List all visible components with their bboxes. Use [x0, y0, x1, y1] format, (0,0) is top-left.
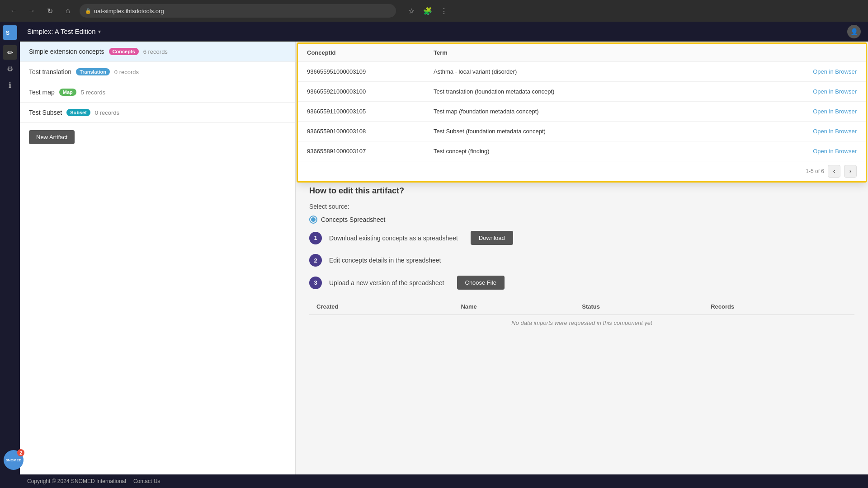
icon-sidebar: S ✏ ⚙ ℹ: [0, 22, 20, 488]
col-header-name: Name: [453, 299, 575, 315]
footer-contact-link[interactable]: Contact Us: [133, 478, 160, 484]
open-browser-link-3[interactable]: Open in Browser: [813, 128, 857, 135]
info-sidebar-icon[interactable]: ℹ: [3, 78, 17, 92]
radio-option-concepts-spreadsheet[interactable]: Concepts Spreadsheet: [309, 216, 854, 224]
step-text-3: Upload a new version of the spreadsheet: [329, 279, 444, 286]
col-header-records: Records: [703, 299, 854, 315]
no-data-message: No data imports were requested in this c…: [309, 315, 854, 331]
concept-id-0: 936655951000003109: [307, 68, 434, 75]
table-row: 936655901000003108 Test Subset (foundati…: [298, 122, 866, 141]
concept-term-4: Test concept (finding): [434, 148, 813, 155]
concepts-table-popup: ConceptId Term 936655951000003109 Asthma…: [297, 42, 867, 183]
user-badge-text: SNOMED: [5, 458, 21, 462]
radio-circle-concepts: [309, 216, 317, 224]
pagination-info: 1-5 of 6: [806, 168, 824, 174]
notification-badge: 2: [17, 449, 24, 456]
address-bar[interactable]: 🔒 uat-simplex.ihtsdotools.org: [80, 4, 396, 18]
snomed-user-badge[interactable]: SNOMED 2: [4, 450, 24, 470]
step-row-2: 2 Edit concepts details in the spreadshe…: [309, 254, 854, 267]
settings-sidebar-icon[interactable]: ⚙: [3, 61, 17, 76]
right-panel: ConceptId Term 936655951000003109 Asthma…: [296, 42, 868, 474]
artifact-records-map: 5 records: [81, 89, 105, 96]
table-header-row: ConceptId Term: [298, 44, 866, 62]
forward-button[interactable]: →: [25, 5, 38, 17]
concept-term-0: Asthma - local variant (disorder): [434, 68, 813, 75]
artifact-name-translation: Test translation: [29, 68, 71, 75]
edit-section-title: How to edit this artifact?: [309, 186, 854, 196]
edit-section: How to edit this artifact? Select source…: [296, 177, 868, 340]
artifact-item-test-translation[interactable]: Test translation Translation 0 records: [20, 62, 295, 82]
step-number-3: 3: [309, 277, 322, 289]
artifact-records-translation: 0 records: [114, 69, 139, 75]
table-footer: 1-5 of 6 ‹ ›: [298, 161, 866, 181]
lock-icon: 🔒: [85, 8, 91, 14]
choose-file-button[interactable]: Choose File: [457, 276, 505, 290]
step-row-1: 1 Download existing concepts as a spread…: [309, 231, 854, 245]
app-title-text: Simplex: A Test Edition: [27, 28, 95, 35]
app-container: S ✏ ⚙ ℹ Simplex: A Test Edition ▾ 👤 Simp…: [0, 22, 868, 488]
main-area: Simple extension concepts Concepts 6 rec…: [20, 42, 868, 474]
open-browser-link-0[interactable]: Open in Browser: [813, 68, 857, 75]
steps-container: 1 Download existing concepts as a spread…: [309, 231, 854, 290]
footer-copyright: Copyright © 2024 SNOMED International: [27, 478, 126, 484]
artifact-records-subset: 0 records: [95, 109, 119, 116]
concept-id-4: 936655891000003107: [307, 148, 434, 155]
refresh-button[interactable]: ↻: [43, 5, 56, 17]
layout-inner: Simplex: A Test Edition ▾ 👤 Simple exten…: [20, 22, 868, 488]
artifact-item-test-subset[interactable]: Test Subset Subset 0 records: [20, 103, 295, 123]
prev-page-button[interactable]: ‹: [828, 165, 840, 178]
edit-sidebar-icon[interactable]: ✏: [3, 45, 17, 60]
open-browser-link-4[interactable]: Open in Browser: [813, 148, 857, 155]
artifact-records-concepts: 6 records: [143, 48, 168, 55]
url-text: uat-simplex.ihtsdotools.org: [94, 8, 164, 14]
concept-id-3: 936655901000003108: [307, 128, 434, 135]
step-number-2: 2: [309, 254, 322, 267]
browser-chrome: ← → ↻ ⌂ 🔒 uat-simplex.ihtsdotools.org ☆ …: [0, 0, 868, 22]
app-title: Simplex: A Test Edition ▾: [27, 28, 101, 35]
menu-button[interactable]: ⋮: [438, 5, 450, 17]
app-footer: Copyright © 2024 SNOMED International Co…: [20, 474, 868, 488]
open-browser-link-1[interactable]: Open in Browser: [813, 88, 857, 95]
snomed-logo: S: [3, 25, 17, 40]
artifact-name-map: Test map: [29, 89, 55, 96]
step-number-1: 1: [309, 232, 322, 244]
artifact-item-simple-extension[interactable]: Simple extension concepts Concepts 6 rec…: [20, 42, 295, 62]
extensions-button[interactable]: 🧩: [421, 5, 434, 17]
concept-id-1: 936655921000003100: [307, 88, 434, 95]
import-history-table: Created Name Status Records No data impo…: [309, 299, 854, 331]
header-bar: Simplex: A Test Edition ▾ 👤: [20, 22, 868, 42]
artifact-item-test-map[interactable]: Test map Map 5 records: [20, 82, 295, 103]
artifact-badge-concepts: Concepts: [109, 48, 139, 55]
bookmark-button[interactable]: ☆: [405, 5, 418, 17]
next-page-button[interactable]: ›: [844, 165, 857, 178]
concept-term-3: Test Subset (foundation metadata concept…: [434, 128, 813, 135]
svg-text:S: S: [6, 30, 9, 36]
step-text-2: Edit concepts details in the spreadsheet: [329, 257, 441, 264]
artifact-badge-map: Map: [59, 89, 76, 96]
artifact-name: Simple extension concepts: [29, 48, 104, 55]
open-browser-link-2[interactable]: Open in Browser: [813, 108, 857, 115]
concept-term-1: Test translation (foundation metadata co…: [434, 88, 813, 95]
table-row: 936655891000003107 Test concept (finding…: [298, 141, 866, 161]
col-header-concept-id: ConceptId: [307, 49, 434, 56]
concept-id-2: 936655911000003105: [307, 108, 434, 115]
back-button[interactable]: ←: [7, 5, 20, 17]
step-text-1: Download existing concepts as a spreadsh…: [329, 235, 458, 242]
artifact-name-subset: Test Subset: [29, 109, 62, 116]
radio-label-concepts: Concepts Spreadsheet: [321, 216, 385, 223]
left-panel: Simple extension concepts Concepts 6 rec…: [20, 42, 296, 474]
download-button[interactable]: Download: [471, 231, 513, 245]
header-right: 👤: [847, 25, 861, 38]
select-source-label: Select source:: [309, 203, 854, 210]
home-button[interactable]: ⌂: [61, 5, 74, 17]
step-row-3: 3 Upload a new version of the spreadshee…: [309, 276, 854, 290]
new-artifact-button[interactable]: New Artifact: [29, 130, 75, 144]
col-header-status: Status: [575, 299, 703, 315]
no-data-row: No data imports were requested in this c…: [309, 315, 854, 331]
artifact-badge-translation: Translation: [76, 68, 110, 75]
col-header-created: Created: [309, 299, 453, 315]
user-avatar-header[interactable]: 👤: [847, 25, 861, 38]
col-header-term: Term: [434, 49, 857, 56]
table-row: 936655911000003105 Test map (foundation …: [298, 102, 866, 122]
concept-term-2: Test map (foundation metadata concept): [434, 108, 813, 115]
